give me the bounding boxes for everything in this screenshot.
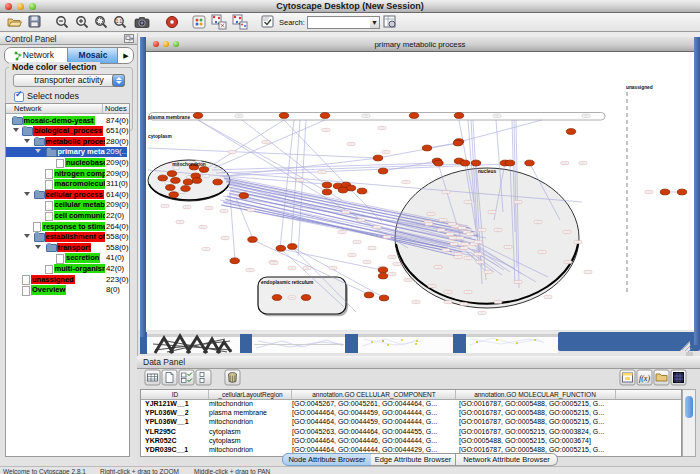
svg-text:f(x): f(x) — [639, 374, 650, 383]
svg-text:mitochondrion: mitochondrion — [172, 162, 206, 167]
svg-text:cytoplasm: cytoplasm — [148, 134, 172, 139]
svg-text:endoplasmic reticulum: endoplasmic reticulum — [261, 280, 313, 285]
svg-text:unassigned: unassigned — [626, 85, 653, 90]
svg-text:nucleus: nucleus — [478, 169, 496, 174]
svg-text:plasma membrane: plasma membrane — [148, 115, 190, 120]
svg-text:1:1: 1:1 — [116, 19, 123, 24]
